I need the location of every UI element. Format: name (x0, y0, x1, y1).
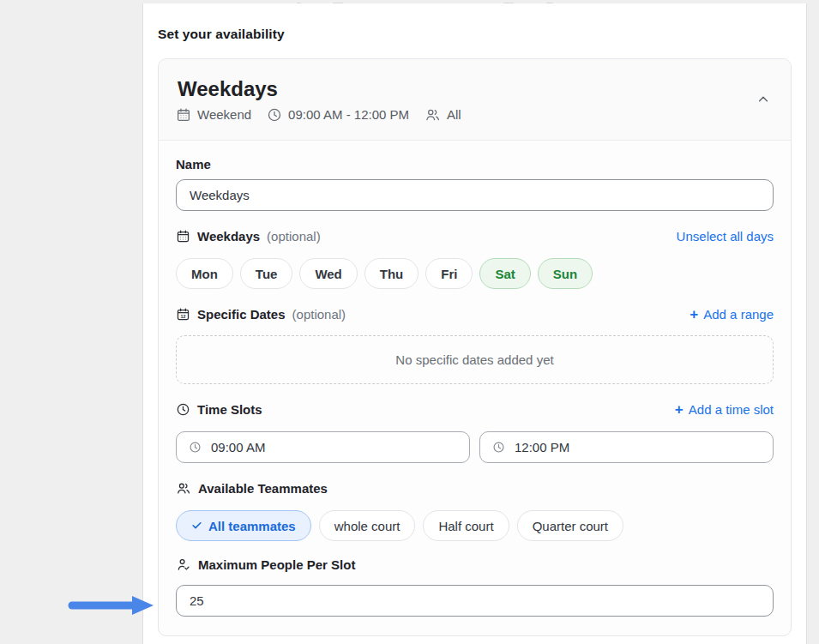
day-pill-wed[interactable]: Wed (299, 258, 357, 289)
day-pill-mon[interactable]: Mon (176, 258, 233, 289)
teammate-pill-half-court[interactable]: Half court (423, 510, 509, 541)
specific-dates-label: Specific Dates (197, 307, 286, 322)
weekdays-section-header: Weekdays (optional) Unselect all days (176, 229, 774, 244)
time-slots-section-header: Time Slots + Add a time slot (176, 402, 774, 417)
availability-card-header[interactable]: Weekdays Weekend 09:00 AM - 12:00 PM All (159, 59, 791, 141)
weekdays-label: Weekdays (197, 229, 260, 244)
weekday-pill-row: Mon Tue Wed Thu Fri Sat Sun (176, 258, 774, 289)
summary-teammates-value: All (447, 107, 461, 122)
max-people-input[interactable] (176, 585, 774, 617)
collapse-card-button[interactable] (753, 89, 774, 110)
end-time-value: 12:00 PM (515, 440, 569, 454)
teammate-pill-quarter-court[interactable]: Quarter court (517, 510, 623, 541)
clock-icon (492, 441, 505, 454)
day-pill-sun[interactable]: Sun (538, 258, 593, 289)
name-label: Name (176, 157, 774, 172)
specific-dates-empty-message: No specific dates added yet (395, 352, 553, 367)
weekdays-optional-hint: (optional) (267, 229, 321, 244)
day-pill-sat[interactable]: Sat (479, 258, 530, 289)
teammates-section-header: Available Teammates (176, 481, 774, 496)
people-icon (425, 107, 441, 123)
clock-icon (189, 441, 202, 454)
calendar-date-icon: 12 (176, 307, 190, 322)
end-time-field[interactable]: 12:00 PM (479, 431, 774, 463)
add-time-slot-link[interactable]: + Add a time slot (675, 402, 774, 417)
specific-dates-section-header: 12 Specific Dates (optional) + Add a ran… (176, 307, 774, 322)
summary-schedule: Weekend (176, 107, 251, 123)
availability-card-body: Name Weekdays (optional) Unselect all da… (159, 141, 791, 617)
card-header-text: Weekdays Weekend 09:00 AM - 12:00 PM All (176, 77, 461, 123)
day-pill-thu[interactable]: Thu (364, 258, 419, 289)
plus-icon: + (675, 402, 684, 417)
add-range-label: Add a range (703, 307, 774, 322)
people-icon (176, 481, 191, 496)
max-people-section-header: Maximum People Per Slot (176, 557, 774, 572)
day-pill-tue[interactable]: Tue (240, 258, 293, 289)
specific-dates-optional-hint: (optional) (292, 307, 346, 322)
teammate-pill-all[interactable]: All teammates (176, 510, 311, 541)
content-panel: Set your availability Weekdays Weekend 0… (142, 3, 807, 644)
calendar-icon (176, 229, 190, 244)
clock-icon (267, 107, 282, 123)
summary-schedule-value: Weekend (197, 107, 251, 122)
summary-time-range: 09:00 AM - 12:00 PM (267, 107, 409, 123)
summary-teammates: All (425, 107, 461, 123)
add-range-link[interactable]: + Add a range (690, 307, 774, 322)
weekdays-section-label: Weekdays (optional) (176, 229, 321, 244)
teammates-section-label: Available Teammates (176, 481, 328, 496)
check-icon (191, 519, 202, 533)
availability-summary: Weekend 09:00 AM - 12:00 PM All (176, 107, 461, 123)
unselect-all-days-link[interactable]: Unselect all days (677, 229, 774, 244)
specific-dates-section-label: 12 Specific Dates (optional) (176, 307, 346, 322)
availability-card: Weekdays Weekend 09:00 AM - 12:00 PM All (158, 58, 792, 636)
max-people-label: Maximum People Per Slot (198, 557, 355, 572)
teammates-pill-row: All teammates whole court Half court Qua… (176, 510, 774, 541)
teammates-label: Available Teammates (198, 481, 328, 496)
card-title: Weekdays (178, 77, 461, 101)
page-title: Set your availability (158, 27, 285, 42)
specific-dates-empty-state: No specific dates added yet (176, 335, 774, 384)
add-time-slot-label: Add a time slot (689, 402, 774, 417)
max-people-section-label: Maximum People Per Slot (176, 557, 355, 572)
svg-text:12: 12 (181, 314, 186, 319)
start-time-field[interactable]: 09:00 AM (176, 431, 470, 463)
calendar-icon (176, 107, 191, 123)
chevron-up-icon (756, 96, 770, 109)
summary-time-value: 09:00 AM - 12:00 PM (288, 107, 409, 122)
name-input[interactable] (176, 179, 774, 211)
teammate-pill-whole-court[interactable]: whole court (319, 510, 416, 541)
day-pill-fri[interactable]: Fri (425, 258, 473, 289)
plus-icon: + (690, 307, 698, 322)
start-time-value: 09:00 AM (211, 440, 265, 454)
clock-icon (176, 402, 190, 417)
time-slots-section-label: Time Slots (176, 402, 262, 417)
time-slot-row: 09:00 AM 12:00 PM (176, 431, 774, 463)
teammate-pill-label: All teammates (208, 519, 296, 533)
time-slots-label: Time Slots (197, 402, 262, 417)
person-check-icon (176, 557, 191, 572)
